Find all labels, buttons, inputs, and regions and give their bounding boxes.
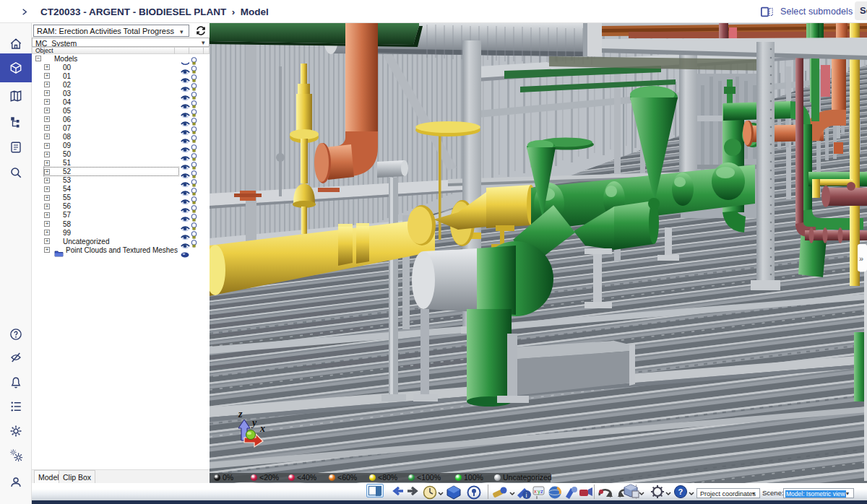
svg-text:y: y — [251, 417, 257, 428]
svg-text:z: z — [540, 488, 543, 495]
svg-text:x: x — [259, 423, 265, 434]
svg-text:x: x — [534, 488, 537, 495]
svg-text:»: » — [859, 254, 863, 263]
svg-text:i: i — [526, 492, 527, 499]
svg-text:?: ? — [678, 487, 683, 496]
svg-text:z: z — [238, 409, 243, 420]
